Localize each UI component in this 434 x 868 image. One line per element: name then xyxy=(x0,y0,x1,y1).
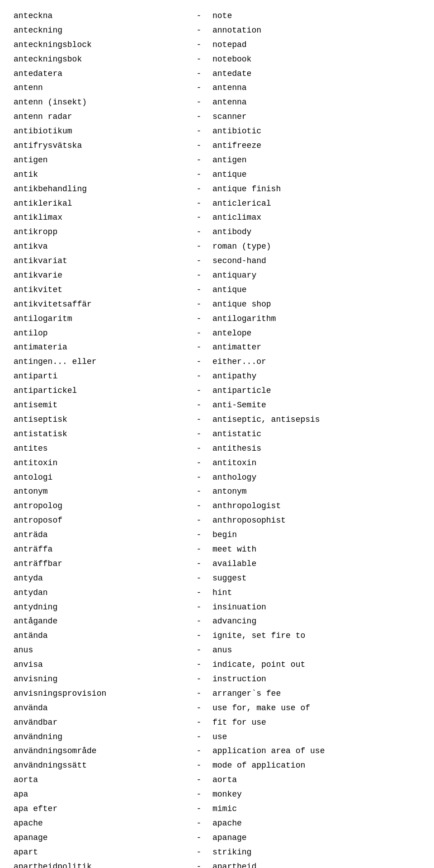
separator: - xyxy=(185,327,212,340)
dictionary-row: antikvitet-antique xyxy=(14,283,420,297)
translation: advancing xyxy=(212,615,420,628)
dictionary-row: anträda-begin xyxy=(14,528,420,542)
translation: monkey xyxy=(212,788,420,801)
separator: - xyxy=(185,96,212,109)
word: antistatisk xyxy=(14,428,185,441)
dictionary-row: anteckningsblock-notepad xyxy=(14,38,420,52)
word: apanage xyxy=(14,832,185,844)
separator: - xyxy=(185,457,212,470)
separator: - xyxy=(185,241,212,253)
translation: antonym xyxy=(212,486,420,498)
translation: note xyxy=(212,10,420,23)
dictionary-row: anträffa-meet with xyxy=(14,542,420,557)
translation: instruction xyxy=(212,673,420,686)
separator: - xyxy=(185,760,212,772)
word: apa xyxy=(14,788,185,801)
separator: - xyxy=(185,385,212,397)
dictionary-row: användningsområde-application area of us… xyxy=(14,744,420,759)
translation: second-hand xyxy=(212,255,420,268)
dictionary-row: antikropp-antibody xyxy=(14,225,420,240)
word: antikvitet xyxy=(14,284,185,297)
translation: available xyxy=(212,558,420,571)
separator: - xyxy=(185,183,212,196)
word: antikvariat xyxy=(14,255,185,268)
word: antifrysvätska xyxy=(14,140,185,152)
translation: antique shop xyxy=(212,298,420,311)
separator: - xyxy=(185,82,212,94)
word: anvisa xyxy=(14,659,185,671)
separator: - xyxy=(185,644,212,657)
translation: antiseptic, antisepsis xyxy=(212,414,420,426)
separator: - xyxy=(185,53,212,66)
dictionary-row: antenn radar-scanner xyxy=(14,110,420,124)
translation: antitoxin xyxy=(212,457,420,470)
word: antisemit xyxy=(14,399,185,412)
word: antipartickel xyxy=(14,385,185,397)
dictionary-row: antågande-advancing xyxy=(14,614,420,629)
translation: anus xyxy=(212,644,420,657)
translation: anticlerical xyxy=(212,198,420,210)
dictionary-row: antikbehandling-antique finish xyxy=(14,182,420,197)
translation: anthroposophist xyxy=(212,514,420,527)
dictionary-row: antologi-anthology xyxy=(14,471,420,485)
dictionary-row: anvisningsprovision-arranger`s fee xyxy=(14,687,420,701)
word: användningssätt xyxy=(14,760,185,772)
translation: fit for use xyxy=(212,717,420,729)
separator: - xyxy=(185,861,212,868)
word: antik xyxy=(14,169,185,181)
word: anteckningsblock xyxy=(14,39,185,52)
translation: indicate, point out xyxy=(212,659,420,671)
word: användning xyxy=(14,731,185,744)
translation: scanner xyxy=(212,111,420,123)
dictionary-row: apache-apache xyxy=(14,816,420,831)
separator: - xyxy=(185,428,212,441)
dictionary-row: antingen... eller-either...or xyxy=(14,355,420,369)
dictionary-row: anteckna-note xyxy=(14,9,420,24)
translation: application area of use xyxy=(212,745,420,758)
separator: - xyxy=(185,154,212,167)
translation: insinuation xyxy=(212,601,420,614)
translation: antique xyxy=(212,169,420,181)
dictionary-row: antikva-roman (type) xyxy=(14,240,420,254)
word: antända xyxy=(14,630,185,642)
translation: mimic xyxy=(212,803,420,816)
word: antedatera xyxy=(14,68,185,80)
word: antenn radar xyxy=(14,111,185,123)
dictionary-row: antibiotikum-antibiotic xyxy=(14,124,420,139)
separator: - xyxy=(185,832,212,844)
dictionary-row: antifrysvätska-antifreeze xyxy=(14,139,420,153)
translation: striking xyxy=(212,846,420,859)
word: anvisningsprovision xyxy=(14,688,185,700)
dictionary-row: anvisa-indicate, point out xyxy=(14,658,420,672)
translation: begin xyxy=(212,529,420,542)
translation: antibiotic xyxy=(212,125,420,138)
dictionary-row: anteckning-annotation xyxy=(14,24,420,38)
dictionary-row: antiklerikal-anticlerical xyxy=(14,197,420,211)
translation: antenna xyxy=(212,82,420,94)
dictionary-row: antroposof-anthroposophist xyxy=(14,514,420,528)
word: antiklimax xyxy=(14,212,185,224)
separator: - xyxy=(185,212,212,224)
translation: aorta xyxy=(212,774,420,787)
translation: antibody xyxy=(212,226,420,239)
separator: - xyxy=(185,24,212,37)
translation: annotation xyxy=(212,24,420,37)
dictionary-row: antimateria-antimatter xyxy=(14,340,420,355)
separator: - xyxy=(185,558,212,571)
translation: antilogarithm xyxy=(212,313,420,326)
dictionary-row: antydning-insinuation xyxy=(14,600,420,615)
translation: use xyxy=(212,731,420,744)
word: anteckning xyxy=(14,24,185,37)
separator: - xyxy=(185,788,212,801)
dictionary-row: aorta-aorta xyxy=(14,773,420,788)
word: aorta xyxy=(14,774,185,787)
separator: - xyxy=(185,39,212,52)
dictionary-row: antikvitetsaffär-antique shop xyxy=(14,297,420,312)
separator: - xyxy=(185,572,212,585)
separator: - xyxy=(185,269,212,282)
word: antitoxin xyxy=(14,457,185,470)
translation: apanage xyxy=(212,832,420,844)
translation: antimatter xyxy=(212,341,420,354)
dictionary-row: antiklimax-anticlimax xyxy=(14,211,420,225)
separator: - xyxy=(185,255,212,268)
